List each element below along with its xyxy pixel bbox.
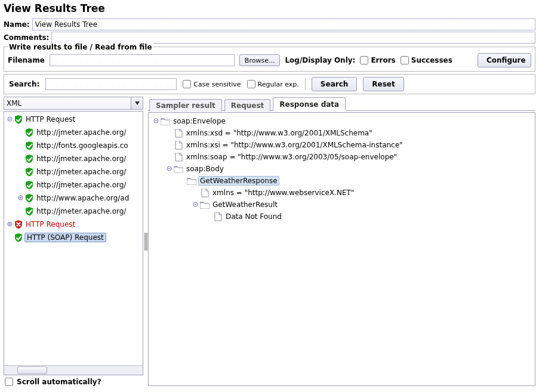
renderer-selected: XML xyxy=(4,99,131,107)
xml-node-text: Data Not Found xyxy=(224,212,283,221)
success-shield-icon xyxy=(24,154,34,163)
file-icon xyxy=(213,212,223,221)
scroll-auto-label: Scroll automatically? xyxy=(17,378,101,386)
sample-tree-row[interactable]: HTTP Request xyxy=(4,113,143,126)
tree-expand-open-icon[interactable] xyxy=(192,202,198,208)
sample-tree-row[interactable]: http://jmeter.apache.org/ xyxy=(4,126,143,139)
sample-tree-row[interactable]: http://jmeter.apache.org/ xyxy=(4,152,143,165)
comments-label: Comments: xyxy=(4,33,49,42)
reset-button[interactable]: Reset xyxy=(363,77,404,91)
success-shield-icon xyxy=(24,128,34,137)
xml-tree-row[interactable]: xmlns:xsd = "http://www.w3.org/2001/XMLS… xyxy=(151,127,532,139)
tree-expand-closed-icon[interactable] xyxy=(7,221,13,228)
xml-tree-row[interactable]: xmlns:soap = "http://www.w3.org/2003/05/… xyxy=(151,151,532,163)
xml-tree-row[interactable]: xmlns:xsi = "http://www.w3.org/2001/XMLS… xyxy=(151,139,532,151)
sample-tree-row[interactable]: HTTP Request xyxy=(4,218,143,231)
xml-tree-row[interactable]: soap:Envelope xyxy=(151,115,532,127)
scroll-auto-checkbox[interactable]: Scroll automatically? xyxy=(4,375,143,386)
sample-tree-row[interactable]: http://www.apache.org/ad xyxy=(4,192,143,205)
file-icon xyxy=(174,141,183,149)
filename-field[interactable] xyxy=(50,54,235,66)
tree-expand-open-icon[interactable] xyxy=(166,166,172,172)
tree-expand-open-icon[interactable] xyxy=(153,118,159,125)
divider xyxy=(305,78,306,90)
sample-tree-row[interactable]: HTTP (SOAP) Request xyxy=(4,231,143,244)
xml-node-text: soap:Envelope xyxy=(172,117,227,125)
regex-checkbox[interactable]: Regular exp. xyxy=(247,80,299,88)
search-button[interactable]: Search xyxy=(312,77,357,91)
sample-tree-row[interactable]: http://jmeter.apache.org/ xyxy=(4,165,143,178)
response-data-tree[interactable]: soap:Envelopexmlns:xsd = "http://www.w3.… xyxy=(148,112,535,386)
tab-request[interactable]: Request xyxy=(224,99,271,112)
success-shield-icon xyxy=(24,141,34,150)
sample-label: http://fonts.googleapis.co xyxy=(35,141,130,150)
xml-tree-row[interactable]: GetWeatherResponse xyxy=(151,175,532,187)
success-shield-icon xyxy=(24,167,34,177)
scroll-auto-checkbox-input[interactable] xyxy=(5,378,13,386)
xml-node-text: GetWeatherResponse xyxy=(198,176,279,186)
sample-label: HTTP (SOAP) Request xyxy=(24,233,106,242)
file-icon xyxy=(174,129,183,137)
success-shield-icon xyxy=(24,193,34,203)
xml-node-text: xmlns:soap = "http://www.w3.org/2003/05/… xyxy=(185,153,398,161)
tree-expand-closed-icon[interactable] xyxy=(17,195,23,202)
svg-rect-10 xyxy=(155,121,157,121)
folder-icon xyxy=(161,117,170,125)
case-sensitive-label: Case sensitive xyxy=(193,81,241,88)
configure-button[interactable]: Configure xyxy=(478,53,531,67)
sample-tree[interactable]: HTTP Requesthttp://jmeter.apache.org/htt… xyxy=(4,112,143,365)
sample-tree-row[interactable]: http://jmeter.apache.org/ xyxy=(4,205,143,218)
page-title: View Results Tree xyxy=(0,0,539,18)
xml-tree-row[interactable]: Data Not Found xyxy=(151,211,532,223)
xml-tree-row[interactable]: xmlns = "http://www.webserviceX.NET" xyxy=(151,187,532,199)
search-input[interactable] xyxy=(45,78,177,90)
chevron-down-icon[interactable] xyxy=(131,97,143,109)
xml-node-text: soap:Body xyxy=(185,165,225,173)
xml-node-text: xmlns:xsi = "http://www.w3.org/2001/XMLS… xyxy=(185,141,404,149)
browse-button[interactable]: Browse... xyxy=(239,54,281,66)
successes-checkbox[interactable]: Successes xyxy=(401,56,452,64)
splitter[interactable] xyxy=(143,97,148,386)
sample-tree-row[interactable]: http://fonts.googleapis.co xyxy=(4,139,143,152)
search-label: Search: xyxy=(9,80,39,88)
success-shield-icon xyxy=(24,180,34,190)
regex-checkbox-input[interactable] xyxy=(247,80,255,88)
svg-marker-0 xyxy=(135,101,140,105)
file-icon xyxy=(174,153,183,161)
sample-label: http://jmeter.apache.org/ xyxy=(35,181,127,189)
tab-response-data[interactable]: Response data xyxy=(273,97,346,111)
xml-node-text: xmlns = "http://www.webserviceX.NET" xyxy=(211,189,355,197)
xml-node-text: GetWeatherResult xyxy=(211,200,279,209)
case-sensitive-checkbox-input[interactable] xyxy=(183,80,191,88)
file-section: Write results to file / Read from file F… xyxy=(4,47,535,72)
sample-tree-row[interactable]: http://jmeter.apache.org/ xyxy=(4,178,143,192)
tree-expand-open-icon[interactable] xyxy=(7,116,13,123)
logdisplay-label: Log/Display Only: xyxy=(285,56,355,64)
file-section-legend: Write results to file / Read from file xyxy=(8,43,153,51)
errors-checkbox-label: Errors xyxy=(371,56,395,64)
case-sensitive-checkbox[interactable]: Case sensitive xyxy=(183,80,241,88)
xml-tree-row[interactable]: GetWeatherResult xyxy=(151,199,532,211)
name-field[interactable] xyxy=(32,18,535,30)
success-shield-icon xyxy=(14,115,23,124)
errors-checkbox-input[interactable] xyxy=(360,56,368,64)
svg-rect-5 xyxy=(20,196,21,199)
sample-label: http://jmeter.apache.org/ xyxy=(35,128,127,137)
comments-field[interactable] xyxy=(51,32,535,44)
success-shield-icon xyxy=(14,233,23,242)
sample-label: http://www.apache.org/ad xyxy=(35,194,130,202)
tabs: Sampler result Request Response data xyxy=(148,97,535,111)
svg-rect-8 xyxy=(10,223,10,225)
errors-checkbox[interactable]: Errors xyxy=(360,56,395,64)
sample-label: HTTP Request xyxy=(24,220,76,229)
folder-icon xyxy=(174,165,183,173)
horizontal-scrollbar[interactable] xyxy=(4,365,143,375)
tab-sampler-result[interactable]: Sampler result xyxy=(149,99,222,112)
success-shield-icon xyxy=(24,206,34,216)
renderer-dropdown[interactable]: XML xyxy=(4,97,143,110)
successes-checkbox-input[interactable] xyxy=(401,56,409,64)
scrollbar-thumb[interactable] xyxy=(17,366,47,374)
sample-label: http://jmeter.apache.org/ xyxy=(35,168,127,176)
regex-label: Regular exp. xyxy=(258,81,299,88)
xml-tree-row[interactable]: soap:Body xyxy=(151,163,532,175)
